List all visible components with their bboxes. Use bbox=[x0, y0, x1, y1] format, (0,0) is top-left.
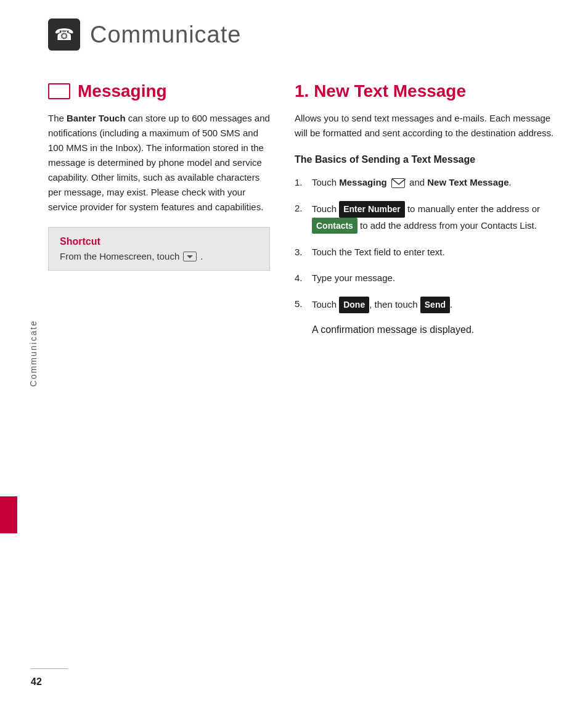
send-btn: Send bbox=[420, 297, 450, 313]
confirmation-note: A confirmation message is displayed. bbox=[312, 324, 557, 335]
step-5-num: 5. bbox=[295, 297, 312, 311]
header-title: Communicate bbox=[90, 22, 241, 48]
messaging-section-title: Messaging bbox=[48, 81, 270, 101]
sidebar-accent bbox=[0, 496, 17, 533]
confirmation-text: A confirmation message is displayed. bbox=[312, 324, 557, 335]
shortcut-box: Shortcut From the Homescreen, touch . bbox=[48, 227, 270, 271]
step-5: 5. Touch Done, then touch Send. bbox=[295, 297, 557, 313]
step-2-content: Touch Enter Number to manually enter the… bbox=[312, 201, 557, 234]
steps-list: 1. Touch Messaging and New Text Message.… bbox=[295, 175, 557, 313]
main-content: Messaging The Banter Touch can store up … bbox=[17, 63, 588, 354]
shortcut-text-before: From the Homescreen, touch bbox=[60, 251, 179, 261]
messaging-bold: Messaging bbox=[339, 177, 387, 187]
header-icon-box: ☎ bbox=[48, 18, 80, 51]
new-text-intro: Allows you to send text messages and e-m… bbox=[295, 111, 557, 141]
shortcut-text: From the Homescreen, touch . bbox=[60, 251, 258, 261]
new-text-message-title: 1. New Text Message bbox=[295, 81, 557, 101]
step-2: 2. Touch Enter Number to manually enter … bbox=[295, 201, 557, 234]
envelope-icon bbox=[48, 83, 70, 99]
right-column: 1. New Text Message Allows you to send t… bbox=[295, 81, 557, 335]
step-3: 3. Touch the Text field to enter text. bbox=[295, 245, 557, 260]
phone-icon: ☎ bbox=[54, 25, 74, 44]
step-1-content: Touch Messaging and New Text Message. bbox=[312, 175, 557, 190]
contacts-btn: Contacts bbox=[312, 218, 357, 234]
step-3-content: Touch the Text field to enter text. bbox=[312, 245, 557, 260]
step-1: 1. Touch Messaging and New Text Message. bbox=[295, 175, 557, 190]
sidebar: Communicate bbox=[0, 0, 17, 706]
shortcut-title: Shortcut bbox=[60, 236, 258, 247]
page-number: 42 bbox=[31, 676, 42, 688]
basics-title: The Basics of Sending a Text Message bbox=[295, 153, 557, 166]
messaging-body: The Banter Touch can store up to 600 mes… bbox=[48, 111, 270, 215]
banter-touch-bold: Banter Touch bbox=[67, 113, 126, 123]
homescreen-msg-icon bbox=[183, 252, 197, 261]
messaging-title: Messaging bbox=[78, 81, 167, 101]
new-text-message-bold: New Text Message bbox=[427, 177, 508, 187]
step-4-content: Type your message. bbox=[312, 271, 557, 285]
step-4-num: 4. bbox=[295, 271, 312, 285]
step-2-num: 2. bbox=[295, 201, 312, 216]
bottom-divider bbox=[31, 668, 68, 670]
step-5-content: Touch Done, then touch Send. bbox=[312, 297, 557, 313]
done-btn: Done bbox=[339, 297, 369, 313]
envelope-inline-icon bbox=[391, 178, 405, 188]
sidebar-label: Communicate bbox=[28, 319, 38, 386]
left-column: Messaging The Banter Touch can store up … bbox=[48, 81, 270, 335]
enter-number-btn: Enter Number bbox=[339, 201, 405, 217]
step-3-num: 3. bbox=[295, 245, 312, 260]
step-4: 4. Type your message. bbox=[295, 271, 557, 285]
step-1-num: 1. bbox=[295, 175, 312, 190]
shortcut-text-after: . bbox=[200, 251, 203, 261]
page-header: ☎ Communicate bbox=[17, 0, 588, 63]
